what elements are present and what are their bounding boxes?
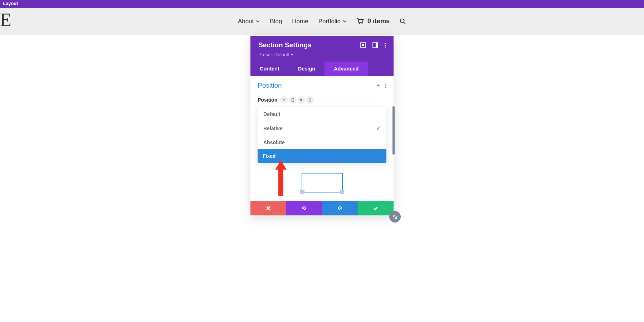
chevron-down-icon xyxy=(343,19,347,23)
svg-point-10 xyxy=(293,101,293,101)
nav-item-about[interactable]: About xyxy=(238,18,260,25)
position-preview-box xyxy=(258,173,386,192)
mobile-icon[interactable] xyxy=(289,96,297,104)
cart-icon xyxy=(357,18,364,25)
panel-scrollbar[interactable] xyxy=(392,106,395,155)
nav-label: About xyxy=(238,18,254,25)
caret-down-icon xyxy=(291,53,293,56)
svg-text:?: ? xyxy=(283,98,285,102)
site-header: E About Blog Home Portfolio 0 items xyxy=(0,8,644,35)
position-option-absolute[interactable]: Absolute xyxy=(258,136,386,149)
undo-icon xyxy=(301,205,307,211)
cart-count-label: 0 items xyxy=(367,18,390,25)
position-dropdown[interactable]: Default Relative ✓ Absolute Fixed xyxy=(258,107,386,163)
nav-cart[interactable]: 0 items xyxy=(357,18,390,25)
panel-footer xyxy=(250,201,394,215)
close-icon xyxy=(265,205,271,211)
position-option-fixed[interactable]: Fixed xyxy=(258,149,386,163)
svg-point-2 xyxy=(400,19,404,23)
save-button[interactable] xyxy=(358,201,394,215)
svg-line-3 xyxy=(404,22,406,24)
nav-item-portfolio[interactable]: Portfolio xyxy=(318,18,347,25)
panel-body: Position Position ? Default Relative xyxy=(250,76,394,201)
svg-rect-5 xyxy=(362,44,364,46)
position-option-relative[interactable]: Relative ✓ xyxy=(258,121,386,136)
section-settings-panel: Section Settings Preset: Default Content… xyxy=(250,36,394,215)
panel-resize-handle[interactable] xyxy=(389,211,401,223)
svg-point-0 xyxy=(359,23,360,24)
preset-selector[interactable]: Preset: Default xyxy=(258,52,386,57)
top-bar-label: Layout xyxy=(3,1,18,6)
search-icon[interactable] xyxy=(400,18,406,25)
svg-rect-7 xyxy=(376,43,378,48)
redo-icon xyxy=(337,205,343,211)
preset-label: Preset: Default xyxy=(258,52,289,57)
panel-header: Section Settings Preset: Default xyxy=(250,36,394,62)
section-more-icon[interactable] xyxy=(385,83,386,88)
redo-button[interactable] xyxy=(322,201,358,215)
nav-label: Portfolio xyxy=(318,18,341,25)
resize-handle-br[interactable] xyxy=(340,190,344,194)
field-label: Position xyxy=(258,97,277,103)
svg-point-1 xyxy=(362,23,363,24)
nav-label: Home xyxy=(292,18,308,25)
panel-title: Section Settings xyxy=(258,41,312,49)
section-heading[interactable]: Position xyxy=(258,82,282,89)
expand-icon[interactable] xyxy=(360,42,366,48)
site-logo[interactable]: E xyxy=(0,11,11,29)
chevron-down-icon xyxy=(256,19,260,23)
resize-handle-bl[interactable] xyxy=(300,190,304,194)
tab-advanced[interactable]: Advanced xyxy=(325,62,368,76)
cancel-button[interactable] xyxy=(250,201,286,215)
check-icon: ✓ xyxy=(376,125,381,132)
check-icon xyxy=(373,205,379,211)
dock-icon[interactable] xyxy=(372,42,378,48)
builder-top-bar: Layout xyxy=(0,0,644,8)
position-option-default[interactable]: Default xyxy=(258,107,386,121)
nav-item-blog[interactable]: Blog xyxy=(270,18,282,25)
field-more-icon[interactable] xyxy=(306,96,314,104)
resize-diagonal-icon xyxy=(392,214,397,219)
tab-design[interactable]: Design xyxy=(289,62,325,76)
more-icon[interactable] xyxy=(385,43,386,48)
hover-icon[interactable] xyxy=(297,96,305,104)
tab-content[interactable]: Content xyxy=(250,62,289,76)
nav-label: Blog xyxy=(270,18,282,25)
nav-item-home[interactable]: Home xyxy=(292,18,308,25)
undo-button[interactable] xyxy=(286,201,322,215)
panel-tabs: Content Design Advanced xyxy=(250,62,394,76)
help-icon[interactable]: ? xyxy=(280,96,288,104)
chevron-up-icon[interactable] xyxy=(376,83,380,88)
